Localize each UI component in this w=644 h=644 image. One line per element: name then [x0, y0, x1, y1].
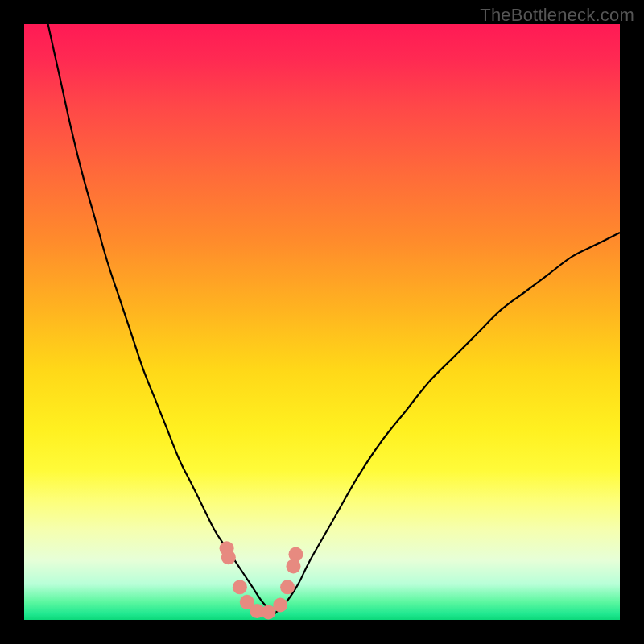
- marker-dot: [286, 559, 300, 573]
- marker-dot: [233, 580, 247, 594]
- marker-dot: [288, 547, 303, 562]
- marker-dot: [280, 580, 295, 594]
- chart-svg: [24, 24, 620, 620]
- plot-area: [24, 24, 620, 620]
- bottom-markers-group: [220, 541, 303, 619]
- right-curve: [275, 233, 620, 614]
- marker-dot: [273, 598, 287, 613]
- left-curve: [48, 24, 275, 614]
- watermark-text: TheBottleneck.com: [480, 5, 634, 26]
- marker-dot: [221, 550, 236, 564]
